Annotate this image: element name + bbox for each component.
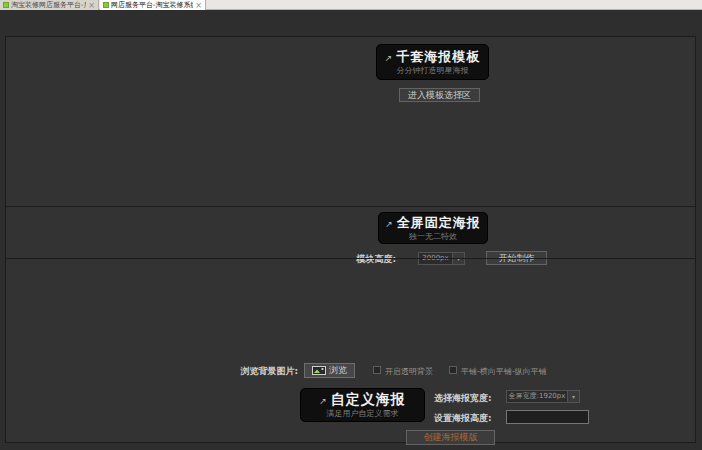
- tab-close-icon[interactable]: ×: [86, 1, 95, 10]
- module-height-label: 模块高度:: [306, 253, 396, 266]
- cursor-arrow-icon: ↗: [385, 219, 394, 229]
- cursor-arrow-icon: ↗: [319, 396, 328, 406]
- poster-width-label: 选择海报宽度:: [434, 392, 506, 405]
- tile-mode-label: 平铺-横向平铺-纵向平铺: [461, 366, 547, 377]
- template-gallery-subtitle: 分分钟打造明星海报: [397, 66, 469, 76]
- browse-background-label: 浏览背景图片:: [193, 365, 298, 378]
- cursor-arrow-icon: ↗: [385, 53, 394, 63]
- template-gallery-title: 千套海报模板: [396, 49, 480, 64]
- tab-title: 网店服务平台-淘宝装修系统: [111, 1, 193, 10]
- tab-favicon: [3, 2, 9, 8]
- browser-tab-backend[interactable]: 淘宝装修网店服务平台-后台 ×: [0, 0, 99, 10]
- enter-template-area-button[interactable]: 进入模板选择区: [399, 88, 480, 102]
- section-title: ↗全屏固定海报: [385, 215, 481, 232]
- fullscreen-poster-subtitle: 独一无二特效: [409, 232, 457, 242]
- browser-tab-decoration-system[interactable]: 网店服务平台-淘宝装修系统 ×: [100, 0, 206, 10]
- custom-poster-hero-button[interactable]: ↗自定义海报 满足用户自定义需求: [300, 388, 425, 422]
- picture-icon: [312, 366, 326, 375]
- section-divider: [6, 206, 695, 207]
- poster-tool-panel: ↗千套海报模板 分分钟打造明星海报 进入模板选择区 ↗全屏固定海报 独一无二特效…: [5, 36, 696, 443]
- browse-background-button[interactable]: 浏览: [304, 363, 355, 378]
- custom-poster-title: 自定义海报: [331, 391, 406, 407]
- poster-height-label: 设置海报高度:: [434, 412, 506, 425]
- chevron-down-icon[interactable]: ▾: [567, 391, 579, 402]
- poster-width-select[interactable]: 全屏宽度:1920px ▾: [506, 390, 580, 403]
- poster-height-input[interactable]: [506, 410, 589, 424]
- create-poster-template-button[interactable]: 创建海报模版: [406, 430, 495, 445]
- browser-tab-bar: 淘宝装修网店服务平台-后台 × 网店服务平台-淘宝装修系统 ×: [0, 0, 702, 10]
- fullscreen-poster-hero-button[interactable]: ↗全屏固定海报 独一无二特效: [378, 212, 488, 244]
- tile-mode-checkbox[interactable]: [449, 366, 457, 374]
- transparent-bg-checkbox[interactable]: [373, 366, 381, 374]
- app-window: 淘宝装修网店服务平台-后台 × 网店服务平台-淘宝装修系统 × ↗千套海报模板 …: [0, 0, 702, 450]
- section-title: ↗千套海报模板: [385, 49, 481, 66]
- template-gallery-hero-button[interactable]: ↗千套海报模板 分分钟打造明星海报: [376, 44, 489, 80]
- tab-close-icon[interactable]: ×: [193, 1, 202, 10]
- custom-poster-subtitle: 满足用户自定义需求: [327, 409, 399, 419]
- fullscreen-poster-title: 全屏固定海报: [397, 215, 481, 230]
- poster-width-selected-value: 全屏宽度:1920px: [507, 391, 567, 402]
- transparent-bg-label: 开启透明背景: [385, 366, 433, 377]
- browse-button-label: 浏览: [329, 364, 347, 377]
- tab-title: 淘宝装修网店服务平台-后台: [11, 1, 86, 10]
- section-divider: [6, 258, 695, 259]
- section-title: ↗自定义海报: [319, 392, 406, 409]
- tab-favicon: [103, 2, 109, 8]
